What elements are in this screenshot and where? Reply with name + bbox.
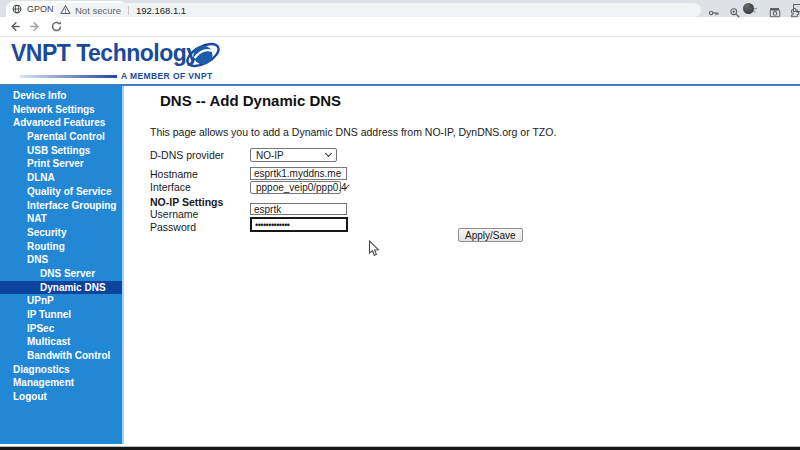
sidebar-item-dynamic-dns[interactable]: Dynamic DNS: [0, 281, 122, 295]
hostname-label: Hostname: [150, 168, 198, 180]
back-button[interactable]: [8, 20, 21, 33]
sidebar-item-quality-of-service[interactable]: Quality of Service: [0, 185, 122, 199]
sidebar-item-advanced-features[interactable]: Advanced Features: [0, 116, 122, 130]
sidebar-item-ipsec[interactable]: IPSec: [0, 322, 122, 336]
username-input[interactable]: [250, 203, 347, 215]
chevron-down-icon: [325, 150, 332, 157]
main-content: DNS -- Add Dynamic DNS This page allows …: [126, 86, 800, 444]
site-header: VNPT Technology A MEMBER OF VNPT: [0, 38, 800, 84]
sidebar-item-bandwith-control[interactable]: Bandwith Control: [0, 349, 122, 363]
brand-wordmark: VNPT Technology: [11, 40, 199, 67]
sidebar-item-security[interactable]: Security: [0, 226, 122, 240]
not-secure-warning-icon: [60, 1, 71, 19]
sidebar-item-dns[interactable]: DNS: [0, 253, 122, 267]
reload-button[interactable]: [50, 20, 63, 33]
ddns-provider-value: NO-IP: [256, 150, 284, 161]
address-bar[interactable]: Not secure 192.168.1.1: [53, 3, 701, 17]
password-key-icon[interactable]: [708, 5, 720, 23]
interface-select[interactable]: pppoe_veip0/ppp0.4: [250, 181, 341, 194]
security-label: Not secure: [75, 5, 121, 16]
bookmark-star-icon[interactable]: ☆: [748, 3, 758, 16]
favicon-globe-icon: [12, 0, 22, 18]
vnpt-globe-logo-icon: [184, 39, 222, 75]
interface-label: Interface: [150, 181, 191, 193]
password-input[interactable]: [250, 217, 348, 232]
sidebar-item-dlna[interactable]: DLNA: [0, 171, 122, 185]
sidebar-item-device-info[interactable]: Device Info: [0, 89, 122, 103]
sidebar-item-management[interactable]: Management: [0, 376, 122, 390]
sidebar-item-usb-settings[interactable]: USB Settings: [0, 144, 122, 158]
sidebar-item-routing[interactable]: Routing: [0, 240, 122, 254]
url-text: 192.168.1.1: [136, 5, 186, 16]
sidebar-item-interface-grouping[interactable]: Interface Grouping: [0, 199, 122, 213]
zoom-icon[interactable]: [729, 5, 741, 23]
interface-value: pppoe_veip0/ppp0.4: [256, 182, 347, 193]
sidebar-item-logout[interactable]: Logout: [0, 390, 122, 404]
forward-button[interactable]: [29, 20, 42, 33]
sidebar-item-print-server[interactable]: Print Server: [0, 157, 122, 171]
tagline-rule: [20, 75, 117, 78]
mouse-cursor: [368, 240, 380, 262]
apply-save-button[interactable]: Apply/Save: [458, 228, 523, 242]
sidebar-item-nat[interactable]: NAT: [0, 212, 122, 226]
camera-icon[interactable]: [769, 5, 781, 23]
brand-tagline: A MEMBER OF VNPT: [121, 71, 213, 81]
browser-toolbar: [0, 17, 800, 37]
sidebar-item-ip-tunnel[interactable]: IP Tunnel: [0, 308, 122, 322]
ddns-provider-label: D-DNS provider: [150, 149, 224, 161]
hostname-input[interactable]: [250, 167, 347, 180]
omnibox-divider: [128, 6, 129, 15]
page-description: This page allows you to add a Dynamic DN…: [150, 126, 556, 138]
page-title: DNS -- Add Dynamic DNS: [160, 92, 341, 109]
screen: GPON ONT × + Not secure 192.168.1.1 ☆: [0, 0, 800, 450]
sidebar-item-multicast[interactable]: Multicast: [0, 335, 122, 349]
username-label: Username: [150, 208, 198, 220]
extensions-puzzle-icon[interactable]: [788, 5, 800, 23]
sidebar-item-upnp[interactable]: UPnP: [0, 294, 122, 308]
sidebar-item-parental-control[interactable]: Parental Control: [0, 130, 122, 144]
sidebar-item-diagnostics[interactable]: Diagnostics: [0, 363, 122, 377]
taskbar-edge: [0, 446, 800, 450]
sidebar-menu: Device InfoNetwork SettingsAdvanced Feat…: [0, 86, 124, 444]
ddns-provider-select[interactable]: NO-IP: [250, 148, 337, 162]
sidebar-item-dns-server[interactable]: DNS Server: [0, 267, 122, 281]
password-label: Password: [150, 221, 196, 233]
brand-tagline-row: A MEMBER OF VNPT: [20, 71, 213, 81]
sidebar-item-network-settings[interactable]: Network Settings: [0, 103, 122, 117]
noip-settings-heading: NO-IP Settings: [150, 196, 223, 208]
